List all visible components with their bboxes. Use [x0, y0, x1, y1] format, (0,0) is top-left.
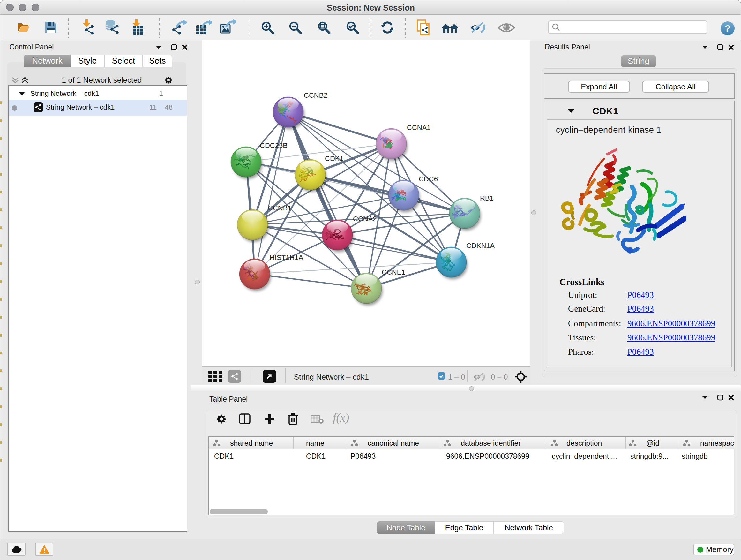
- svg-text:RB1: RB1: [480, 194, 494, 202]
- svg-text:CCNB2: CCNB2: [304, 91, 328, 99]
- svg-text:CDC25B: CDC25B: [260, 141, 287, 149]
- svg-text:CCNA2: CCNA2: [353, 215, 377, 223]
- svg-text:CDKN1A: CDKN1A: [466, 242, 495, 250]
- svg-text:CDC6: CDC6: [419, 175, 438, 183]
- svg-text:CCNE1: CCNE1: [382, 268, 406, 276]
- svg-text:CCNB1: CCNB1: [268, 204, 292, 212]
- svg-text:CDK1: CDK1: [325, 154, 344, 163]
- svg-text:HIST1H1A: HIST1H1A: [270, 253, 303, 261]
- svg-text:CCNA1: CCNA1: [407, 124, 431, 132]
